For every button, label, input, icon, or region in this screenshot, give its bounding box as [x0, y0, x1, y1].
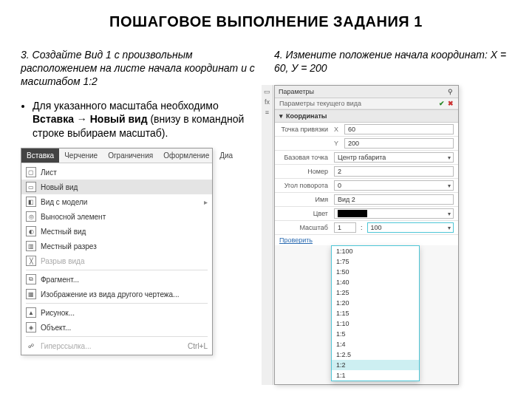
scale-opt[interactable]: 1:10: [332, 318, 419, 329]
angle-label: Угол поворота: [279, 182, 331, 189]
number-label: Номер: [279, 168, 331, 175]
mi-sheet[interactable]: ▢Лист: [21, 165, 212, 180]
panel-header: Параметры ⚲: [275, 86, 458, 98]
mi-hyperlink-shortcut: Ctrl+L: [188, 342, 208, 350]
mi-break-view-label: Разрыв вида: [41, 257, 85, 265]
color-select[interactable]: [334, 208, 454, 219]
scale-opt-selected[interactable]: 1:2: [332, 360, 419, 370]
angle-input[interactable]: 0: [334, 180, 454, 191]
mi-model-view[interactable]: ◧Вид с модели▸: [21, 194, 212, 209]
coords-section-label: Координаты: [286, 112, 327, 120]
number-row: Номер 2: [275, 165, 458, 179]
number-input[interactable]: 2: [334, 166, 454, 177]
scale-num[interactable]: 1: [334, 222, 356, 233]
mi-object[interactable]: ◈Объект...: [21, 320, 212, 335]
anchor-point-label: Точка привязки: [279, 126, 331, 133]
insert-dropdown: ▢Лист ▭Новый вид ◧Вид с модели▸ ◎Выносно…: [21, 163, 212, 355]
scale-opt[interactable]: 1:5: [332, 329, 419, 339]
menu-tabs: Вставка Черчение Ограничения Оформление …: [21, 149, 212, 163]
mi-picture-label: Рисунок...: [41, 309, 75, 317]
basepoint-row: Базовая точка Центр габарита: [275, 151, 458, 165]
scale-opt[interactable]: 1:15: [332, 308, 419, 318]
mi-other-drawing-label: Изображение из вида другого чертежа...: [41, 290, 179, 299]
mi-break-view: ╳Разрыв вида: [21, 253, 212, 268]
mi-object-label: Объект...: [41, 324, 71, 332]
color-row: Цвет: [275, 207, 458, 221]
scale-denom[interactable]: 100: [367, 222, 454, 233]
step3-bullet: Для указанного масштаба необходимо Встав…: [33, 99, 258, 141]
scale-opt[interactable]: 1:50: [332, 267, 419, 277]
scale-opt[interactable]: 1:25: [332, 287, 419, 298]
scale-opt[interactable]: 1:4: [332, 339, 419, 349]
insert-menu-screenshot: Вставка Черчение Ограничения Оформление …: [21, 148, 213, 355]
mi-model-view-label: Вид с модели: [41, 198, 87, 206]
menu-separator: [26, 303, 208, 304]
tab-insert[interactable]: Вставка: [21, 149, 59, 163]
tab-dia[interactable]: Диа: [214, 149, 238, 163]
scale-opt[interactable]: 1:40: [332, 277, 419, 287]
mi-new-view[interactable]: ▭Новый вид: [21, 180, 212, 194]
tab-constraints[interactable]: Ограничения: [103, 149, 158, 163]
scale-opt[interactable]: 1:75: [332, 256, 419, 267]
mi-hyperlink: ☍Гиперссылка...Ctrl+L: [21, 338, 212, 353]
mi-detail[interactable]: ◎Выносной элемент: [21, 209, 212, 224]
scale-dropdown-list: 1:100 1:75 1:50 1:40 1:25 1:20 1:15 1:10…: [331, 245, 420, 381]
panel-title: Параметры: [279, 88, 314, 95]
y-label: Y: [334, 140, 341, 147]
menu-separator: [26, 270, 208, 270]
scale-row: Масштаб 1 : 100: [275, 221, 458, 235]
mi-local-view-label: Местный вид: [41, 228, 86, 236]
coords-section[interactable]: ▾Координаты: [275, 109, 458, 123]
submenu-arrow-icon: ▸: [204, 198, 208, 206]
panel-subtitle: Параметры текущего вида: [279, 100, 436, 107]
bullet-pre: Для указанного масштаба необходимо: [33, 100, 219, 112]
name-input[interactable]: Вид 2: [334, 194, 454, 205]
cancel-icon[interactable]: ✖: [448, 100, 454, 107]
tab-styling[interactable]: Оформление: [158, 149, 214, 163]
tool-icon[interactable]: ≡: [265, 109, 269, 116]
color-label: Цвет: [279, 210, 331, 217]
mi-sheet-label: Лист: [41, 168, 57, 177]
bullet-bold: Вставка → Новый вид: [33, 113, 148, 125]
check-link[interactable]: Проверить: [279, 236, 313, 244]
scale-opt[interactable]: 1:2.5: [332, 349, 419, 360]
chevron-down-icon: ▾: [279, 112, 283, 120]
mi-local-view[interactable]: ◐Местный вид: [21, 224, 212, 239]
angle-row: Угол поворота 0: [275, 179, 458, 193]
mi-local-cut-label: Местный разрез: [41, 242, 97, 250]
scale-label: Масштаб: [279, 224, 331, 231]
param-sidebar: ▭ fx ≡: [262, 85, 273, 385]
scale-colon: :: [359, 224, 364, 231]
scale-opt[interactable]: 1:20: [332, 298, 419, 308]
tab-drawing[interactable]: Черчение: [59, 149, 103, 163]
panel-subtitle-row: Параметры текущего вида ✔ ✖: [275, 98, 458, 109]
slide-title: ПОШАГОВОЕ ВЫПОЛНЕНИЕ ЗАДАНИЯ 1: [21, 13, 511, 30]
mi-fragment-label: Фрагмент...: [41, 276, 79, 284]
color-swatch: [338, 210, 367, 217]
tool-icon[interactable]: ▭: [264, 88, 270, 95]
x-input[interactable]: 60: [344, 124, 454, 134]
y-input[interactable]: 200: [344, 138, 454, 149]
tool-icon[interactable]: fx: [265, 98, 270, 106]
mi-detail-label: Выносной элемент: [41, 213, 106, 221]
step4-heading: 4. Измените положение начала координат: …: [274, 48, 511, 75]
name-row: Имя Вид 2: [275, 193, 458, 207]
mi-hyperlink-label: Гиперссылка...: [41, 342, 92, 350]
mi-fragment[interactable]: ⧉Фрагмент...: [21, 272, 212, 287]
mi-new-view-label: Новый вид: [41, 183, 78, 191]
anchor-point-row: Точка привязки X 60: [275, 123, 458, 137]
step3-heading: 3. Создайте Вид 1 с произвольным располо…: [21, 48, 258, 89]
y-row: Y 200: [275, 137, 458, 151]
parameters-panel: Параметры ⚲ Параметры текущего вида ✔ ✖ …: [274, 85, 459, 385]
mi-picture[interactable]: ▲Рисунок...: [21, 305, 212, 320]
menu-separator: [26, 336, 208, 337]
pin-icon[interactable]: ⚲: [446, 88, 454, 95]
mi-local-cut[interactable]: ▥Местный разрез: [21, 239, 212, 253]
scale-opt[interactable]: 1:100: [332, 246, 419, 256]
scale-opt[interactable]: 1:1: [332, 370, 419, 381]
basepoint-select[interactable]: Центр габарита: [334, 152, 454, 163]
mi-other-drawing[interactable]: ▦Изображение из вида другого чертежа...: [21, 287, 212, 301]
x-label: X: [334, 126, 341, 133]
apply-icon[interactable]: ✔: [439, 100, 445, 107]
name-label: Имя: [279, 196, 331, 203]
